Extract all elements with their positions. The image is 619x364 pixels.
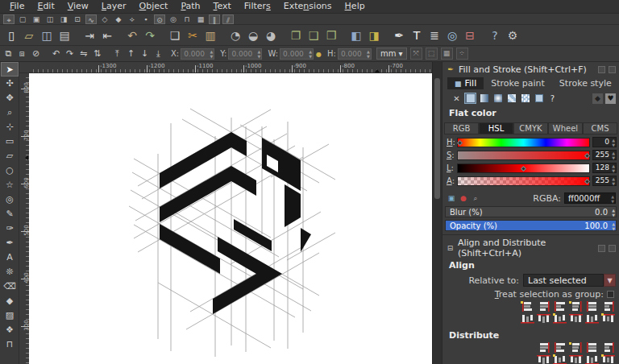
y-field[interactable]: 0.000▲▼ <box>228 48 262 60</box>
snap-enable-icon[interactable]: ⌖ <box>3 14 15 24</box>
menu-file[interactable]: File <box>3 0 31 14</box>
h-field[interactable]: 0.000▲▼ <box>338 48 372 60</box>
raise-to-top-button[interactable]: ⤒ <box>110 47 124 60</box>
dialog-float-button[interactable] <box>598 66 605 73</box>
logo-head-right[interactable] <box>285 151 301 191</box>
node-tool[interactable]: ✣ <box>1 77 19 91</box>
align-left-edges-button[interactable] <box>537 301 550 312</box>
lower-button[interactable]: ↓ <box>138 47 152 60</box>
color-mode-tab-cms[interactable]: CMS <box>583 122 617 134</box>
menu-object[interactable]: Object <box>133 0 175 14</box>
dialog-close-button[interactable] <box>609 245 616 252</box>
align-top-edges-button[interactable] <box>537 313 550 324</box>
eraser-tool[interactable]: ⌫ <box>1 279 19 294</box>
center-vertical-axis-button[interactable] <box>553 301 567 312</box>
text-tool[interactable]: A <box>1 250 19 265</box>
snap-bbox-corners-icon[interactable]: ◫ <box>44 14 56 24</box>
opacity-spinner[interactable]: ▲▼ <box>612 221 615 231</box>
saturation-slider-handle[interactable] <box>584 152 590 158</box>
text-dialog-button[interactable]: T <box>408 27 426 44</box>
move-gradients-toggle[interactable]: ⤧ <box>410 48 422 60</box>
logo-triangle-bottom-right[interactable] <box>301 228 311 252</box>
snap-cusp-nodes-icon[interactable]: ◆ <box>113 14 124 24</box>
tab-stroke-style[interactable]: Stroke style <box>552 77 619 89</box>
cut-button[interactable]: ✂ <box>184 27 201 44</box>
menu-help[interactable]: Help <box>339 0 372 14</box>
lock-ratio-icon[interactable]: ● <box>314 49 322 58</box>
flip-vertical-button[interactable]: ⇅ <box>90 47 104 60</box>
distribute-top-edges-button[interactable] <box>537 354 550 364</box>
menu-filters[interactable]: Filters <box>238 0 277 14</box>
paint-radial-gradient-button[interactable] <box>492 93 504 104</box>
paste-button[interactable]: ▥ <box>201 27 219 44</box>
distribute-centers-v-button[interactable] <box>553 354 567 364</box>
paint-mesh-gradient-button[interactable] <box>505 93 517 104</box>
new-document-button[interactable]: ▯ <box>2 27 20 44</box>
box3d-tool[interactable]: ▱ <box>1 149 19 163</box>
rotate-cw-button[interactable]: ↷ <box>63 47 77 60</box>
zoom-page-button[interactable]: ◕ <box>262 27 280 44</box>
logo-strip-center[interactable] <box>234 219 272 251</box>
flip-horizontal-button[interactable]: ⇋ <box>77 47 90 60</box>
connector-tool[interactable]: ⊓ <box>1 337 19 352</box>
fill-stroke-dialog-button[interactable]: ✒ <box>390 27 408 44</box>
transform-corners-toggle[interactable]: ⁘ <box>456 48 468 60</box>
paint-none-button[interactable]: ✕ <box>451 93 463 104</box>
distribute-left-edges-button[interactable] <box>537 342 550 353</box>
align-left-to-anchor-right-button[interactable] <box>585 301 599 312</box>
hue-slider-handle[interactable] <box>457 139 463 145</box>
rectangle-tool[interactable]: ▭ <box>1 134 19 149</box>
deselect-button[interactable]: ⊘ <box>29 47 43 60</box>
pencil-tool[interactable]: ✎ <box>1 207 19 221</box>
snap-bbox-centers-icon[interactable]: ⊡ <box>72 14 83 24</box>
fill-rule-nonzero-button[interactable]: ◆ <box>592 93 603 104</box>
x-field[interactable]: 0.000▲▼ <box>181 48 214 60</box>
opacity-slider[interactable]: Opacity (%) 100.0 ▲▼ <box>445 220 617 231</box>
snap-bbox-midpoints-icon[interactable]: ◨ <box>58 14 69 24</box>
menu-edit[interactable]: Edit <box>31 0 60 14</box>
lightness-slider-handle[interactable] <box>520 165 526 171</box>
snap-nodes-icon[interactable]: ∿ <box>85 14 97 24</box>
logo-drawing[interactable] <box>29 73 432 364</box>
calligraphy-tool[interactable]: ✒ <box>1 236 19 250</box>
zoom-drawing-button[interactable]: ◔ <box>226 27 244 44</box>
snap-object-centers-icon[interactable]: ⊙ <box>154 14 165 24</box>
menu-text[interactable]: Text <box>207 0 238 14</box>
fill-rule-evenodd-button[interactable]: ♥ <box>605 93 616 104</box>
lightness-slider-spinbox[interactable]: 128▲▼ <box>592 163 617 173</box>
spiral-tool[interactable]: ◎ <box>1 192 19 207</box>
dialog-close-button[interactable] <box>609 66 616 73</box>
redo-button[interactable]: ↷ <box>141 27 159 44</box>
rotate-ccw-button[interactable]: ↶ <box>49 47 63 60</box>
distribute-equal-gaps-h-button[interactable] <box>585 342 599 353</box>
duplicate-button[interactable]: ❐ <box>287 27 305 44</box>
align-right-edges-button[interactable] <box>569 301 583 312</box>
saturation-slider-spinbox[interactable]: 255▲▼ <box>592 150 617 160</box>
vertical-scrollbar-thumb[interactable] <box>434 78 440 199</box>
ellipse-tool[interactable]: ○ <box>1 163 19 178</box>
paint-linear-gradient-button[interactable] <box>478 93 490 104</box>
copy-button[interactable]: ❏ <box>166 27 184 44</box>
relative-to-combobox[interactable]: Last selected ▼ <box>523 274 616 287</box>
bucket-tool[interactable]: ◆ <box>1 294 19 308</box>
menu-view[interactable]: View <box>61 0 95 14</box>
logo-strip-lower-left[interactable] <box>160 224 220 274</box>
import-button[interactable]: ⇥ <box>81 27 98 44</box>
gradient-tool[interactable]: ▨ <box>1 308 19 323</box>
color-managed-icon[interactable]: ▣ <box>447 193 456 203</box>
hue-slider[interactable] <box>457 138 590 147</box>
snap-path-intersections-icon[interactable]: ◇ <box>99 14 110 24</box>
selector-tool[interactable]: ➤ <box>1 62 19 77</box>
color-mode-tab-hsl[interactable]: HSL <box>479 122 513 134</box>
paint-pattern-button[interactable] <box>519 93 531 104</box>
rgba-spinner[interactable]: ▲▼ <box>611 194 614 204</box>
distribute-text-h-button[interactable] <box>601 342 615 353</box>
logo-chevron-arrow[interactable] <box>213 237 282 314</box>
snap-smooth-nodes-icon[interactable]: ⟡ <box>127 14 138 24</box>
distribute-text-v-button[interactable] <box>601 354 615 364</box>
out-of-gamut-icon[interactable]: ● <box>459 193 468 203</box>
distribute-centers-h-button[interactable] <box>553 342 567 353</box>
logo-bar-right[interactable] <box>285 184 301 227</box>
raise-button[interactable]: ↑ <box>124 47 138 60</box>
align-dialog-button[interactable]: ⊟ <box>461 27 479 44</box>
